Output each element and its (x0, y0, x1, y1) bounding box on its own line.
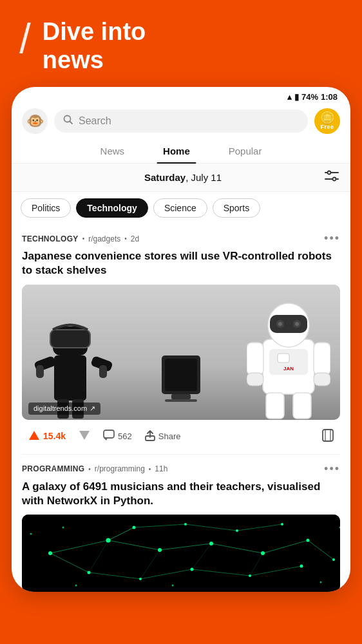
svg-point-63 (48, 551, 52, 555)
svg-point-72 (236, 529, 238, 532)
svg-line-44 (50, 553, 89, 573)
svg-point-68 (139, 578, 142, 580)
post2-category: PROGRAMMING (22, 464, 84, 473)
svg-point-74 (261, 551, 265, 555)
post1-category: TECHNOLOGY (22, 234, 79, 243)
post1-meta-left: TECHNOLOGY • r/gadgets • 2d (22, 234, 139, 243)
svg-line-45 (108, 540, 160, 550)
svg-rect-19 (247, 343, 263, 375)
free-badge[interactable]: 🪙 Free (314, 108, 340, 134)
wifi-icon: ▴ (287, 92, 292, 102)
post-card-2: PROGRAMMING • r/programming • 11h ••• A … (12, 455, 350, 592)
svg-rect-10 (50, 330, 90, 348)
svg-point-77 (307, 538, 310, 542)
downvote-icon (79, 430, 90, 443)
top-bar: 🐵 Search 🪙 Free (12, 104, 350, 139)
svg-line-55 (134, 524, 186, 527)
save-button[interactable] (316, 425, 340, 448)
svg-point-83 (320, 581, 322, 583)
svg-line-53 (192, 569, 250, 576)
phone-card: ▴ ▮ 74% 1:08 🐵 Search 🪙 Free News H (12, 87, 350, 591)
post2-time: 11h (155, 464, 167, 473)
svg-line-48 (211, 544, 263, 553)
comment-icon (103, 430, 115, 443)
svg-marker-37 (79, 431, 90, 440)
comment-button[interactable]: 562 (97, 426, 138, 447)
svg-rect-30 (293, 393, 311, 419)
svg-line-56 (186, 524, 237, 531)
status-bar: ▴ ▮ 74% 1:08 (12, 87, 350, 104)
post1-time: 2d (131, 234, 139, 243)
svg-rect-40 (323, 430, 333, 441)
post2-image (22, 515, 340, 592)
svg-line-54 (250, 566, 301, 576)
svg-point-65 (88, 571, 91, 574)
share-button[interactable]: Share (138, 426, 187, 447)
signal-icon: ▮ (294, 92, 299, 102)
svg-rect-6 (54, 355, 86, 401)
svg-line-61 (250, 553, 263, 576)
cat-sports[interactable]: Sports (213, 198, 260, 218)
svg-point-5 (333, 178, 336, 181)
svg-point-76 (300, 564, 303, 567)
post2-subreddit: r/programming (95, 464, 145, 473)
svg-point-73 (249, 574, 251, 577)
galaxy-visualization (22, 515, 340, 592)
save-icon (322, 429, 334, 444)
svg-line-1 (70, 122, 73, 124)
cat-politics[interactable]: Politics (21, 198, 71, 218)
status-icons: ▴ ▮ 74% 1:08 (287, 92, 338, 102)
svg-point-80 (62, 526, 64, 528)
avatar[interactable]: 🐵 (22, 108, 48, 134)
upvote-button[interactable]: 15.4k (22, 426, 72, 447)
svg-rect-33 (165, 359, 197, 391)
svg-line-51 (89, 573, 140, 579)
tab-popular[interactable]: Popular (209, 139, 281, 163)
svg-point-67 (158, 548, 162, 552)
downvote-button[interactable] (72, 426, 97, 447)
filter-icon[interactable] (325, 170, 339, 185)
post2-more-icon[interactable]: ••• (324, 462, 340, 476)
slash-decoration: / (19, 21, 31, 58)
svg-point-71 (209, 542, 213, 545)
time-display: 1:08 (321, 92, 338, 102)
svg-rect-22 (314, 373, 330, 386)
upvote-icon (28, 430, 40, 443)
svg-rect-35 (165, 399, 197, 402)
cat-technology[interactable]: Technology (76, 198, 148, 218)
svg-line-49 (263, 540, 308, 553)
cat-science[interactable]: Science (153, 198, 207, 218)
search-bar[interactable]: Search (54, 109, 308, 133)
post1-more-icon[interactable]: ••• (324, 232, 340, 245)
svg-line-62 (108, 527, 134, 540)
svg-point-75 (281, 523, 283, 526)
post1-title: Japanese convenience stores will use VR-… (22, 249, 340, 278)
svg-point-4 (328, 171, 331, 175)
svg-rect-29 (266, 393, 284, 419)
svg-point-66 (133, 526, 136, 529)
post1-image: JAN digitaltrends.com ↗ (22, 285, 340, 420)
svg-rect-34 (171, 394, 191, 399)
svg-line-59 (140, 550, 160, 579)
tab-news[interactable]: News (81, 139, 144, 163)
svg-line-47 (160, 544, 211, 550)
search-placeholder: Search (79, 115, 111, 127)
battery-icon: 74% (301, 92, 318, 102)
post1-meta: TECHNOLOGY • r/gadgets • 2d ••• (22, 232, 340, 245)
svg-point-81 (75, 584, 77, 586)
svg-point-70 (191, 567, 194, 571)
tab-home[interactable]: Home (144, 139, 209, 163)
svg-marker-36 (29, 431, 39, 440)
svg-line-43 (50, 540, 108, 553)
svg-point-82 (172, 584, 174, 586)
coin-icon: 🪙 (320, 112, 334, 124)
svg-point-28 (295, 322, 299, 326)
svg-line-58 (89, 540, 108, 573)
svg-point-78 (332, 558, 335, 561)
svg-point-27 (278, 322, 282, 326)
svg-rect-13 (99, 365, 107, 378)
svg-line-60 (192, 544, 211, 569)
svg-line-52 (140, 569, 192, 579)
date-bar: Saturday, July 11 (12, 164, 350, 192)
svg-point-64 (106, 538, 111, 542)
